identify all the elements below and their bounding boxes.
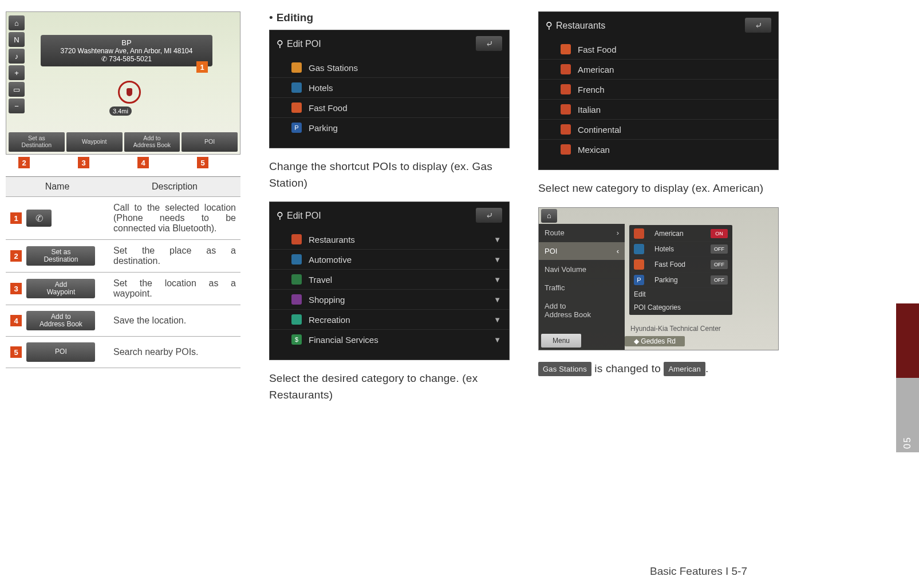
category-icon — [561, 64, 571, 74]
add-address-book-chip: Add to Address Book — [26, 311, 95, 330]
list-item-label: Continental — [578, 125, 621, 135]
road-label: ◆ Geddes Rd — [625, 336, 685, 346]
chevron-down-icon: ▼ — [494, 255, 501, 264]
table-row: 3 Add Waypoint Set the location as a way… — [6, 273, 240, 305]
list-item: French — [539, 79, 778, 99]
callout-1: 1 — [196, 61, 208, 73]
poi-name: BP — [45, 38, 208, 47]
row-num: 1 — [10, 212, 22, 224]
plus-icon: + — [9, 65, 25, 80]
row-num: 2 — [10, 250, 22, 262]
toggle-badge: OFF — [711, 275, 728, 285]
restaurants-screenshot: ⚲Restaurants ⤶ Fast FoodAmericanFrenchIt… — [538, 11, 779, 170]
caption-text: Select the desired category to change. (… — [269, 370, 515, 403]
back-icon: ⤶ — [745, 18, 771, 33]
edit-poi-screenshot-2: ⚲Edit POI ⤶ Restaurants▼Automotive▼Trave… — [269, 202, 510, 360]
list-item-label: Gas Stations — [309, 63, 358, 73]
category-icon — [291, 234, 302, 244]
nav-left-item: Navi Volume — [539, 261, 625, 279]
map-pin-icon — [118, 81, 141, 104]
map-center-label: Hyundai-Kia Technical Center — [630, 325, 721, 333]
list-item-label: American — [578, 65, 614, 74]
caption-text: Change the shortcut POIs to display (ex.… — [269, 159, 515, 191]
list-item: Shopping▼ — [270, 289, 509, 309]
name-description-table: Name Description 1 ✆ Call to the selecte… — [6, 176, 240, 368]
row-num: 3 — [10, 283, 22, 294]
list-item: Fast Food — [539, 40, 778, 59]
list-item: Automotive▼ — [270, 249, 509, 269]
list-item-label: Restaurants — [309, 235, 355, 244]
minus-icon: − — [9, 98, 25, 113]
category-icon — [291, 62, 302, 73]
table-row: 4 Add to Address Book Save the location. — [6, 305, 240, 337]
list-item-label: Parking — [309, 123, 338, 133]
category-icon — [634, 259, 644, 270]
category-icon — [561, 44, 571, 54]
home-icon: ⌂ — [541, 209, 557, 223]
list-item: Travel▼ — [270, 269, 509, 289]
pin-icon: ⚲ — [277, 39, 283, 49]
poi-address: 3720 Washtenaw Ave, Ann Arbor, MI 48104 — [45, 47, 208, 55]
chapter-tab-color — [896, 303, 919, 378]
category-icon — [561, 104, 571, 115]
back-icon: ⤶ — [476, 208, 502, 223]
list-item-label: Financial Services — [309, 335, 378, 345]
category-icon — [291, 102, 302, 113]
caption-text: Select new category to display (ex. Amer… — [538, 180, 784, 197]
chevron-icon: › — [617, 228, 619, 237]
phone-icon: ✆ — [26, 210, 52, 227]
nav-left-item: Add to Address Book — [539, 297, 625, 324]
list-item: PParking — [270, 117, 509, 137]
list-item-label: Recreation — [309, 315, 350, 325]
list-item-label: Fast Food — [309, 103, 348, 113]
list-item: Fast Food — [270, 97, 509, 117]
category-icon: P — [634, 275, 644, 285]
category-icon — [634, 244, 644, 254]
callout-3: 3 — [78, 157, 89, 168]
table-row: 2 Set as Destination Set the place as a … — [6, 240, 240, 273]
chapter-tab: 05 — [896, 378, 919, 452]
th-name: Name — [6, 177, 109, 197]
gas-stations-chip: Gas Stations — [538, 362, 591, 377]
category-icon — [291, 82, 302, 93]
category-icon — [291, 294, 302, 305]
callout-5: 5 — [197, 157, 208, 168]
list-item-label: French — [578, 85, 605, 94]
category-icon — [291, 274, 302, 285]
row-num: 4 — [10, 315, 22, 326]
list-item-label: Automotive — [309, 255, 352, 265]
row-num: 5 — [10, 346, 22, 358]
category-icon — [561, 124, 571, 135]
popup-row: PParkingOFF — [630, 273, 731, 288]
set-destination-button: Set as Destination — [9, 132, 65, 152]
table-row: 1 ✆ Call to the selected location (Phone… — [6, 197, 240, 240]
table-row: 5 POI Search nearby POIs. — [6, 337, 240, 368]
row-desc: Set the place as a destination. — [109, 240, 240, 273]
category-icon — [561, 144, 571, 155]
screenshot-title: ⚲Restaurants — [546, 20, 605, 31]
list-item: Recreation▼ — [270, 309, 509, 329]
screenshot-title: ⚲Edit POI — [277, 210, 321, 221]
list-item-label: Mexican — [578, 145, 610, 155]
category-icon: $ — [291, 334, 302, 345]
toggle-badge: OFF — [711, 260, 728, 269]
toggle-badge: OFF — [711, 244, 728, 254]
category-icon — [291, 314, 302, 325]
popup-row: HotelsOFF — [630, 242, 731, 257]
callout-row: 2 3 4 5 — [18, 157, 246, 168]
editing-heading: •Editing — [269, 11, 515, 24]
chevron-down-icon: ▼ — [494, 295, 501, 304]
poi-chip: POI — [26, 342, 95, 362]
pin-icon: ⚲ — [277, 211, 283, 220]
distance-badge: 3.4mi — [109, 106, 132, 116]
category-icon: P — [291, 123, 302, 133]
row-desc: Call to the selected location (Phone nee… — [109, 197, 240, 240]
popup-row: AmericanON — [630, 226, 731, 242]
list-item-label: Italian — [578, 105, 601, 115]
row-desc: Set the location as a waypoint. — [109, 273, 240, 305]
list-item-label: Hotels — [309, 83, 333, 93]
category-icon — [561, 84, 571, 94]
scale-icon: ▭ — [9, 82, 25, 97]
poi-phone: ✆ 734-585-5021 — [45, 55, 208, 63]
list-item: Continental — [539, 119, 778, 139]
